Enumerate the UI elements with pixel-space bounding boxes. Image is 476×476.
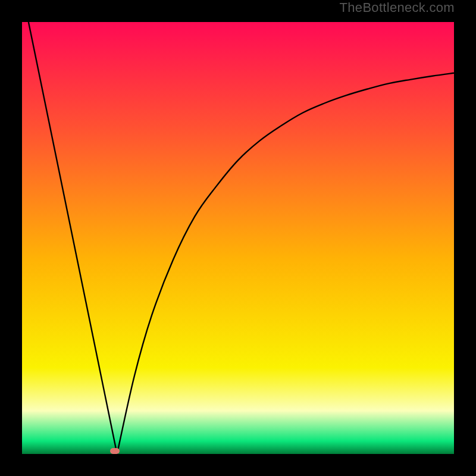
chart-area [22,22,454,454]
curve-left-branch [29,22,117,454]
curve-right-branch [117,73,454,454]
watermark-text: TheBottleneck.com [340,0,455,15]
curve-layer [22,22,454,454]
bottleneck-marker [110,448,120,454]
